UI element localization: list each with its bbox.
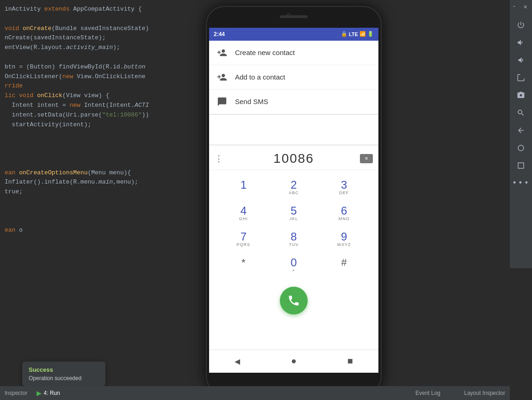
volume-down-button[interactable] <box>513 52 529 68</box>
dialer-section: ⋮ 10086 1 2 ABC 3 <box>209 148 378 322</box>
camera-button[interactable] <box>513 87 529 104</box>
inspector-tab[interactable]: Inspector <box>5 390 27 396</box>
create-contact-item[interactable]: Create new contact <box>209 41 378 65</box>
square-button[interactable] <box>513 157 529 174</box>
code-line: OnClickListener(new View.OnClickListene <box>0 72 204 82</box>
code-line: btn = (Button) findViewByΙd(R.id.button <box>0 62 204 72</box>
phone-speaker <box>280 15 308 18</box>
code-line: ean o <box>0 226 204 235</box>
key-7[interactable]: 7 PQRS <box>218 227 269 252</box>
lte-label: LTE <box>349 31 358 37</box>
add-contact-item[interactable]: Add to a contact <box>209 65 378 90</box>
code-line: intent.setData(Uri.parse("tel:10086")) <box>0 111 204 120</box>
close-button[interactable]: ✕ <box>522 2 529 12</box>
blank-area <box>209 115 378 142</box>
key-6[interactable]: 6 MNO <box>319 201 369 227</box>
phone-wrapper: 2:44 🔒 LTE 📶 🔋 Create new contact <box>201 0 386 400</box>
run-tab[interactable]: ▶ 4: Run <box>37 389 60 397</box>
code-line: void onCreate(Bundle savedInstanceState) <box>0 24 204 34</box>
dialer-menu-icon[interactable]: ⋮ <box>215 154 223 164</box>
code-editor: inActivity extends AppCompatActivity { v… <box>0 0 204 400</box>
circle-button[interactable] <box>513 140 529 156</box>
code-line <box>0 216 204 226</box>
status-icons: 🔒 LTE 📶 🔋 <box>341 31 374 37</box>
add-contact-icon <box>217 72 228 83</box>
battery-icon: 🔋 <box>367 31 374 37</box>
call-button[interactable] <box>280 287 308 314</box>
code-line <box>0 14 204 24</box>
svg-rect-1 <box>518 163 524 168</box>
code-line <box>0 159 204 168</box>
dialer-number: 10086 <box>228 151 360 166</box>
nav-back-button[interactable]: ◀ <box>235 356 240 367</box>
status-time: 2:44 <box>214 31 225 37</box>
phone-body: 2:44 🔒 LTE 📶 🔋 Create new contact <box>206 6 382 394</box>
code-line <box>0 149 204 159</box>
dialer-divider <box>209 145 378 145</box>
code-line <box>0 53 204 62</box>
dialer-backspace-button[interactable] <box>360 154 373 163</box>
code-line <box>0 129 204 139</box>
code-line: ean onCreateOptionsMenu(Menu menu){ <box>0 168 204 178</box>
add-contact-label: Add to a contact <box>235 73 285 81</box>
nav-recents-button[interactable]: ■ <box>347 356 353 367</box>
more-button[interactable]: ••• <box>513 175 529 191</box>
code-line: entView(R.layout.activity_main); <box>0 43 204 53</box>
code-line: Intent intent = new Intent(Intent.ACTI <box>0 101 204 111</box>
run-label: 4: Run <box>43 390 60 396</box>
nav-home-button[interactable]: ● <box>291 356 297 367</box>
send-sms-item[interactable]: Send SMS <box>209 90 378 114</box>
key-4[interactable]: 4 GHI <box>218 201 269 227</box>
rotate-button[interactable] <box>513 69 529 86</box>
nav-bar: ◀ ● ■ <box>209 350 378 373</box>
event-log-tab[interactable]: Event Log <box>415 390 440 396</box>
key-hash[interactable]: # <box>319 252 369 278</box>
run-icon: ▶ <box>37 389 42 397</box>
key-5[interactable]: 5 JKL <box>269 201 319 227</box>
code-line: nCreate(savedInstanceState); <box>0 33 204 43</box>
side-toolbar: ••• <box>510 13 532 268</box>
call-button-row <box>209 283 378 322</box>
key-1[interactable]: 1 <box>218 175 269 201</box>
layout-inspector-tab[interactable]: Layout Inspector <box>464 390 505 396</box>
inspector-label: Inspector <box>5 390 27 396</box>
dialer-input-row: ⋮ 10086 <box>209 148 378 170</box>
key-9[interactable]: 9 WXYZ <box>319 227 369 252</box>
code-line: startActivity(intent); <box>0 120 204 130</box>
send-sms-icon <box>217 96 228 107</box>
toast-notification: Success Operation succeeded <box>22 362 105 386</box>
event-log-label: Event Log <box>415 390 440 396</box>
power-button[interactable] <box>513 17 529 33</box>
layout-inspector-label: Layout Inspector <box>464 390 505 396</box>
phone-screen: 2:44 🔒 LTE 📶 🔋 Create new contact <box>209 28 378 373</box>
window-title-bar: - ✕ <box>510 0 532 13</box>
code-line: lic void onClick(View view) { <box>0 91 204 101</box>
signal-icon: 📶 <box>359 31 366 37</box>
toast-message: Operation succeeded <box>29 375 99 382</box>
keypad: 1 2 ABC 3 DEF 4 GHI <box>209 170 378 283</box>
bottom-bar: Inspector ▶ 4: Run Event Log Layout Insp… <box>0 386 510 400</box>
back-button[interactable] <box>513 122 529 139</box>
toast-title: Success <box>29 366 99 373</box>
send-sms-label: Send SMS <box>235 98 268 105</box>
contact-menu: Create new contact Add to a contact <box>209 41 378 115</box>
key-8[interactable]: 8 TUV <box>269 227 319 252</box>
key-3[interactable]: 3 DEF <box>319 175 369 201</box>
code-line: rride <box>0 81 204 91</box>
zoom-button[interactable] <box>513 105 529 121</box>
svg-point-0 <box>518 145 524 151</box>
code-line: true; <box>0 187 204 197</box>
create-contact-icon <box>217 47 228 58</box>
status-bar: 2:44 🔒 LTE 📶 🔋 <box>209 28 378 41</box>
code-line <box>0 197 204 207</box>
code-line <box>0 207 204 216</box>
code-line: Inflater().inflate(R.menu.main,menu); <box>0 178 204 187</box>
key-0[interactable]: 0 + <box>269 252 319 278</box>
vpn-icon: 🔒 <box>341 31 347 37</box>
volume-up-button[interactable] <box>513 34 529 51</box>
minimize-button[interactable]: - <box>510 2 518 11</box>
key-star[interactable]: * <box>218 252 269 278</box>
key-2[interactable]: 2 ABC <box>269 175 319 201</box>
code-line <box>0 139 204 149</box>
code-line: inActivity extends AppCompatActivity { <box>0 5 204 14</box>
